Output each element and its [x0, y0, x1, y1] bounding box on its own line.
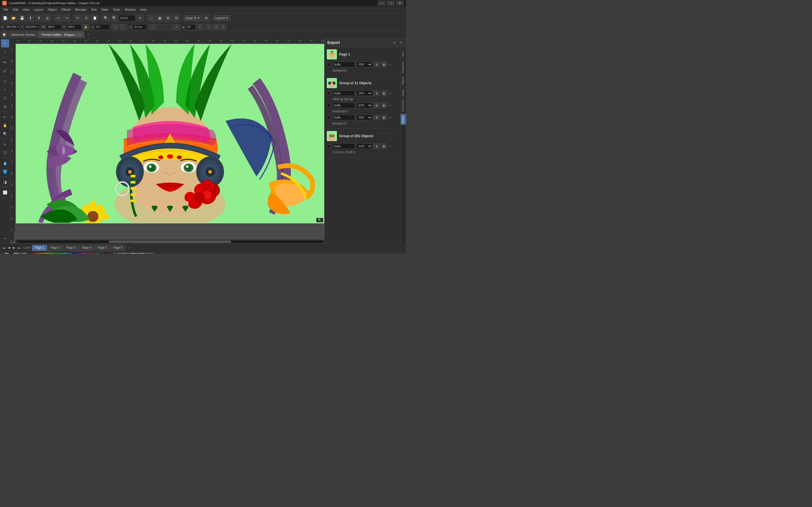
group1-suffix-3[interactable]: [333, 115, 355, 120]
ellipse-tool[interactable]: ○: [1, 86, 9, 94]
stroke-size-input[interactable]: [133, 24, 147, 30]
home-tab[interactable]: 🏠: [1, 32, 7, 38]
text-tool[interactable]: A: [1, 103, 9, 110]
dragon-girl-tab[interactable]: Firman Hatibu - Dragon... ✕: [39, 32, 84, 38]
group1-more-btn-2[interactable]: ⋯: [389, 103, 393, 108]
zoom-out-button[interactable]: 🔍: [102, 14, 110, 22]
group1-settings-btn-3[interactable]: ⚙: [374, 115, 379, 120]
zoom-in-button[interactable]: 🔍: [110, 14, 118, 22]
group1-format-select-2[interactable]: EPS JPG PDF PNG SVG: [357, 103, 372, 108]
color-mint[interactable]: [122, 253, 126, 254]
color-lime[interactable]: [50, 253, 54, 254]
group1-check-2[interactable]: [327, 103, 331, 107]
group1-suffix-2[interactable]: [333, 103, 355, 108]
color-red[interactable]: [32, 253, 36, 254]
menu-bitmaps[interactable]: Bitmaps: [73, 6, 89, 13]
paste-button[interactable]: 📋: [91, 14, 99, 22]
color-aqua-light[interactable]: [140, 253, 144, 254]
rectangle-tool[interactable]: □: [1, 77, 9, 85]
group1-delete-btn-2[interactable]: 🗑: [381, 103, 387, 108]
color-sage[interactable]: [149, 253, 153, 254]
color-dodger-blue[interactable]: [68, 253, 72, 254]
freehand-tool[interactable]: ✏: [1, 58, 9, 66]
publish-button[interactable]: 🖨: [43, 14, 51, 22]
tab-close-icon[interactable]: ✕: [79, 33, 81, 36]
color-green[interactable]: [54, 253, 59, 254]
group2-format-select-1[interactable]: SVG JPG PDF PNG EPS: [357, 144, 372, 149]
smart-fill-tool[interactable]: ⬛: [1, 149, 9, 157]
group2-suffix-1[interactable]: [333, 144, 355, 149]
save-button[interactable]: 💾: [18, 14, 26, 22]
color-violet[interactable]: [77, 253, 81, 254]
color-bar-more[interactable]: ⋯: [158, 252, 162, 254]
group1-more-btn-1[interactable]: ⋯: [389, 91, 393, 96]
close-button[interactable]: ✕: [396, 1, 404, 6]
color-cream[interactable]: [131, 253, 135, 254]
pages-tab[interactable]: Pages: [401, 87, 406, 98]
menu-edit[interactable]: Edit: [11, 6, 20, 13]
h-input[interactable]: [66, 24, 82, 30]
menu-effects[interactable]: Effects: [59, 6, 73, 13]
polygon-tool[interactable]: ⬡: [1, 94, 9, 102]
snap-settings-button[interactable]: ⚙: [202, 14, 210, 22]
group1-delete-btn-3[interactable]: 🗑: [381, 115, 387, 120]
group1-check-3[interactable]: [327, 115, 331, 119]
page-tab-3[interactable]: Page 3: [63, 245, 79, 251]
undo-button[interactable]: ↩: [54, 14, 62, 22]
view-mode-1[interactable]: □: [147, 14, 155, 22]
transparency-tool[interactable]: ◨: [1, 178, 9, 186]
effects-group-tool[interactable]: ⬜: [1, 188, 9, 196]
stroke-plus-button[interactable]: +: [174, 24, 180, 30]
snap-to-dropdown[interactable]: Snap To ▾: [184, 15, 202, 21]
group1-suffix-1[interactable]: [333, 91, 355, 96]
panel-expand-button[interactable]: ⟨⟩: [392, 40, 397, 45]
node-edit-button[interactable]: ⬦: [206, 24, 212, 30]
menu-window[interactable]: Window: [123, 6, 138, 13]
color-amber[interactable]: [41, 253, 45, 254]
color-teal-mid[interactable]: [113, 253, 117, 254]
color-maroon[interactable]: [27, 253, 32, 254]
color-spring-green[interactable]: [59, 253, 63, 254]
group1-delete-btn-1[interactable]: 🗑: [381, 91, 387, 96]
color-pink-magenta[interactable]: [135, 253, 140, 254]
color-olive[interactable]: [95, 253, 99, 254]
export-side-tab[interactable]: Export: [401, 114, 406, 125]
color-purple-dark[interactable]: [104, 253, 108, 254]
view-mode-4[interactable]: ⊟: [172, 14, 181, 22]
color-black[interactable]: [9, 253, 13, 254]
color-bar-left-arrow[interactable]: ◁: [0, 252, 4, 254]
comments-tab[interactable]: Comments: [401, 98, 406, 114]
view-mode-2[interactable]: ▦: [156, 14, 163, 22]
zoom-dropdown[interactable]: ▾: [136, 14, 144, 22]
horizontal-scrollbar[interactable]: [16, 239, 324, 243]
mirror-v-button[interactable]: ↕: [120, 24, 126, 30]
new-button[interactable]: 📄: [1, 14, 9, 22]
lock-ratio-button[interactable]: 🔒: [83, 24, 89, 30]
add-page-button[interactable]: +: [126, 245, 131, 250]
stroke-minus-button[interactable]: −: [149, 24, 156, 30]
page1-delete-btn-1[interactable]: 🗑: [381, 62, 387, 67]
launch-dropdown[interactable]: Launch ▾: [213, 15, 230, 21]
group1-format-select-3[interactable]: PDF JPG PNG SVG EPS: [357, 115, 372, 120]
angle-input[interactable]: [94, 24, 110, 30]
color-orange[interactable]: [36, 253, 41, 254]
welcome-screen-tab[interactable]: Welcome Screen: [8, 32, 38, 38]
color-eyedropper-tool[interactable]: 💧: [1, 159, 9, 167]
learn-tab[interactable]: Learn: [401, 49, 406, 59]
page1-format-select-1[interactable]: PDF JPG PNG SVG EPS: [357, 62, 372, 67]
page-tab-2[interactable]: Page 2: [48, 245, 63, 251]
group2-more-btn-1[interactable]: ⋯: [389, 144, 393, 149]
menu-view[interactable]: View: [20, 6, 32, 13]
color-pink-light[interactable]: [117, 253, 122, 254]
page1-suffix-1[interactable]: [333, 62, 355, 67]
scroll-thumb[interactable]: [109, 240, 231, 243]
open-button[interactable]: 📂: [10, 14, 17, 22]
properties-tab[interactable]: Properties: [401, 59, 406, 75]
page-tab-6[interactable]: Page 6: [110, 245, 126, 251]
pan-tool[interactable]: ✋: [1, 121, 9, 129]
node-tool[interactable]: ⬦: [1, 48, 9, 56]
zoom-tool[interactable]: 🔍: [1, 130, 9, 138]
cut-button[interactable]: ✂: [74, 14, 82, 22]
stroke-line-style[interactable]: [156, 24, 173, 30]
menu-text[interactable]: Text: [89, 6, 99, 13]
